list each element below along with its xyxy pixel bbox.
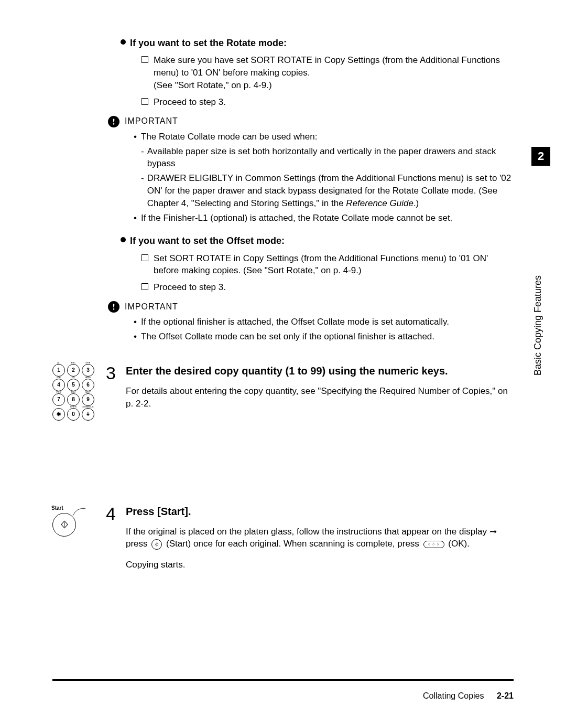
offset-check1: Set SORT ROTATE in Copy Settings (from t… [142, 252, 514, 277]
text: If the original is placed on the platen … [126, 527, 489, 537]
start-inline-icon [151, 539, 162, 550]
chapter-number: 2 [531, 147, 550, 166]
text: Available paper size is set both horizon… [147, 145, 514, 170]
start-label: Start [51, 505, 63, 512]
checkbox-icon [142, 254, 148, 261]
arrow-line-icon [71, 505, 92, 526]
text: .) [413, 198, 419, 208]
step3-title: Enter the desired copy quantity (1 to 99… [126, 364, 514, 378]
chapter-title: Basic Copying Features [531, 176, 545, 376]
keypad-key: SYMBOLS# [82, 408, 94, 421]
keypad-key: PRS7 [52, 393, 65, 406]
rotate-check1: Make sure you have set SORT ROTATE in Co… [142, 54, 514, 91]
text: The Offset Collate mode can be set only … [141, 330, 434, 343]
footer-section: Collating Copies [423, 691, 484, 700]
text: If the optional finisher is attached, th… [141, 316, 449, 328]
rotate-title: If you want to set the Rotate mode: [130, 37, 287, 50]
text: DRAWER ELIGIBLTY in Common Settings (fro… [147, 172, 514, 209]
side-tab: 2 Basic Copying Features [531, 147, 550, 383]
bullet-icon [121, 237, 126, 242]
footer: Collating Copies 2-21 [52, 679, 514, 702]
text: The Rotate Collate mode can be used when… [141, 131, 317, 143]
dash-item: - DRAWER ELIGIBLTY in Common Settings (f… [141, 172, 514, 209]
text: Make sure you have set SORT ROTATE in Co… [154, 55, 500, 78]
important-label: IMPORTANT [125, 301, 178, 313]
offset-title: If you want to set the Offset mode: [130, 234, 285, 248]
checkbox-icon [142, 98, 148, 105]
offset-check1-text: Set SORT ROTATE in Copy Settings (from t… [154, 252, 514, 277]
step-3: @.1ABC2DEF3GHI4JKL5MNO6PRS7TUV8WXY9✱OPER… [121, 364, 514, 410]
bullet: • [134, 212, 137, 224]
bullet-icon [121, 39, 126, 45]
keypad-key: TUV8 [67, 393, 80, 406]
important-row-2: IMPORTANT [108, 301, 514, 313]
dash-item: - Available paper size is set both horiz… [141, 145, 514, 170]
keypad-key: ✱ [52, 408, 65, 421]
offset-check2: Proceed to step 3. [142, 281, 514, 294]
bullet: • [134, 316, 137, 328]
offset-check2-text: Proceed to step 3. [154, 281, 514, 294]
text: DRAWER ELIGIBLTY in Common Settings (fro… [147, 173, 511, 208]
ok-inline-icon: ○ ○ ○ [423, 541, 444, 548]
text: If the Finisher-L1 (optional) is attache… [141, 212, 452, 224]
keypad-key: OPER0 [67, 408, 80, 421]
keypad-key: WXY9 [82, 393, 94, 406]
start-button-icon: Start [52, 505, 97, 537]
step-number: 4 [106, 501, 116, 527]
checkbox-icon [142, 283, 148, 290]
important-icon [108, 301, 119, 313]
footer-text: Collating Copies 2-21 [52, 690, 514, 702]
rotate-check2: Proceed to step 3. [142, 96, 514, 109]
footer-rule [52, 679, 514, 681]
bullet-item: • The Offset Collate mode can be set onl… [134, 330, 514, 343]
step3-body: For details about entering the copy quan… [126, 385, 514, 410]
keypad-key: MNO6 [82, 379, 94, 391]
important-icon [108, 116, 119, 127]
start-diamond-icon [60, 520, 69, 529]
arrow-icon: ➞ [489, 527, 497, 537]
keypad-icon: @.1ABC2DEF3GHI4JKL5MNO6PRS7TUV8WXY9✱OPER… [52, 364, 97, 421]
step-4: Start 4 Press [Star [121, 505, 514, 571]
text-italic: Reference Guide [346, 198, 413, 208]
step4-body: If the original is placed on the platen … [126, 526, 514, 571]
important2-list: • If the optional finisher is attached, … [134, 316, 514, 343]
dash: - [141, 172, 144, 185]
keypad-key: @.1 [52, 364, 65, 377]
bullet-item: • The Rotate Collate mode can be used wh… [134, 131, 514, 143]
step-number: 3 [106, 361, 116, 386]
checkbox-icon [142, 56, 148, 63]
bullet-item: • If the Finisher-L1 (optional) is attac… [134, 212, 514, 224]
text: (Start) once for each original. When sca… [164, 539, 421, 549]
bullet: • [134, 131, 137, 143]
important-label: IMPORTANT [125, 115, 178, 127]
text: (See "Sort Rotate," on p. 4-9.) [154, 80, 272, 90]
keypad-key: ABC2 [67, 364, 80, 377]
text: press [126, 539, 150, 549]
keypad-key: JKL5 [67, 379, 80, 391]
footer-page: 2-21 [497, 691, 514, 700]
section-offset: If you want to set the Offset mode: [121, 234, 514, 248]
rotate-check2-text: Proceed to step 3. [154, 96, 514, 109]
section-rotate: If you want to set the Rotate mode: [121, 37, 514, 50]
text: (OK). [446, 539, 470, 549]
dash: - [141, 145, 144, 158]
text: Copying starts. [126, 559, 514, 571]
bullet-item: • If the optional finisher is attached, … [134, 316, 514, 328]
important-row-1: IMPORTANT [108, 115, 514, 127]
bullet: • [134, 330, 137, 343]
step4-title: Press [Start]. [126, 505, 514, 518]
keypad-key: DEF3 [82, 364, 94, 377]
important1-list: • The Rotate Collate mode can be used wh… [134, 131, 514, 224]
rotate-check1-text: Make sure you have set SORT ROTATE in Co… [154, 54, 514, 91]
keypad-key: GHI4 [52, 379, 65, 391]
